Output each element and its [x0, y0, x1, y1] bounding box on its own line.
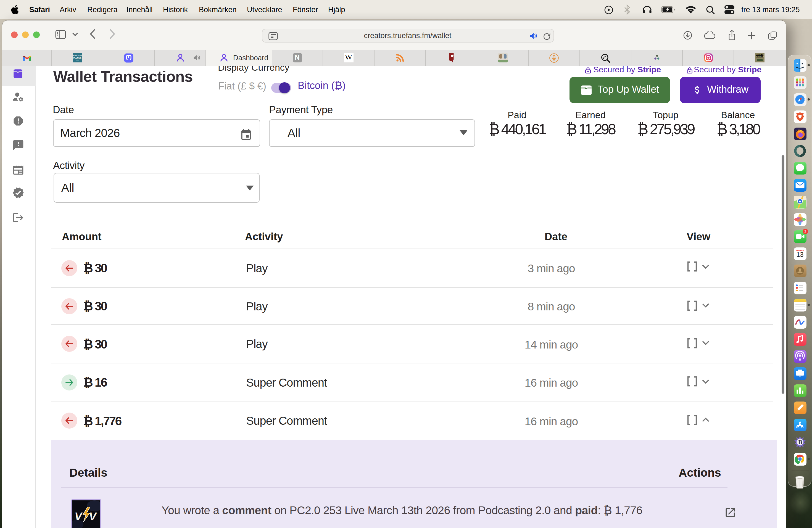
- svg-text:V: V: [74, 510, 83, 522]
- svg-text:V: V: [89, 510, 97, 522]
- svg-text:B: B: [798, 439, 802, 446]
